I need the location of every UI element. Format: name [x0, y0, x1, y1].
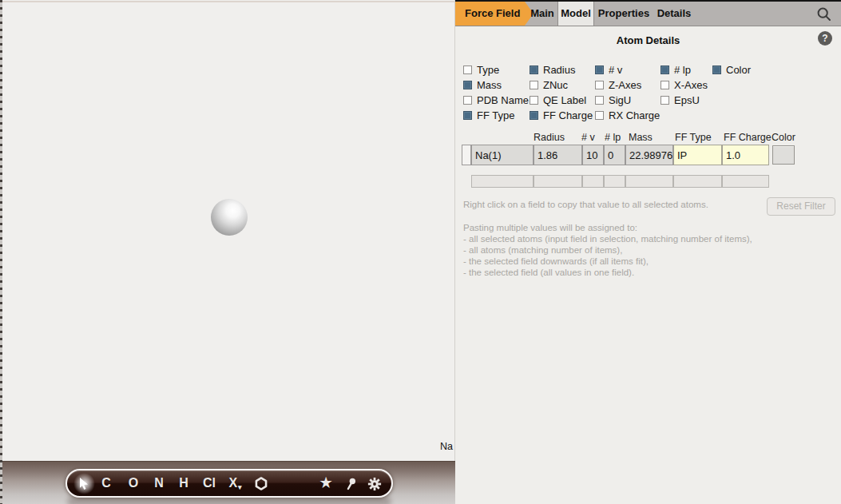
atom-ff-type-field[interactable]: IP: [673, 145, 722, 165]
paste-hint-block: Pasting multiple values will be assigned…: [463, 222, 752, 278]
atom-color-swatch[interactable]: [772, 145, 795, 165]
filter-ff-charge-field[interactable]: [722, 175, 769, 188]
checkbox[interactable]: [530, 65, 538, 74]
column-header-lonepairs: # lp: [605, 132, 621, 143]
tab-main[interactable]: Main: [529, 2, 556, 26]
atom-mass-field[interactable]: 22.989769: [625, 145, 673, 165]
column-header-radius: Radius: [534, 132, 565, 143]
toolbar-reflection: [67, 497, 391, 504]
option-qe-label[interactable]: QE Label: [530, 95, 586, 105]
filter-mass-field[interactable]: [625, 175, 673, 188]
column-header-color: Color: [772, 132, 795, 143]
select-cursor-icon[interactable]: [77, 470, 90, 496]
column-header-ff-charge: FF Charge: [724, 132, 772, 143]
favorites-star-icon[interactable]: ★: [319, 470, 331, 496]
element-button-x-dropdown[interactable]: X▾: [228, 470, 240, 496]
dropdown-arrow-icon: ▾: [238, 483, 242, 491]
tab-force-field[interactable]: Force Field: [455, 2, 534, 26]
checkbox[interactable]: [463, 111, 472, 120]
element-button-hydrogen[interactable]: H: [179, 470, 188, 496]
option-z-axes[interactable]: Z-Axes: [595, 80, 641, 90]
element-button-nitrogen[interactable]: N: [154, 470, 164, 496]
paste-hint-line-3: - the selected field downwards (if all i…: [463, 256, 752, 267]
option-ff-charge[interactable]: FF Charge: [530, 110, 593, 121]
atom-ff-charge-field[interactable]: 1.0: [722, 145, 769, 165]
option-pdb-name[interactable]: PDB Name: [463, 95, 529, 105]
column-header-ff-type: FF Type: [675, 132, 712, 143]
key-icon[interactable]: [343, 470, 358, 496]
filter-lonepairs-field[interactable]: [604, 175, 625, 188]
option-rx-charge[interactable]: RX Charge: [595, 110, 660, 121]
checkbox[interactable]: [595, 111, 604, 120]
element-button-carbon[interactable]: C: [101, 470, 111, 496]
filter-ff-type-field[interactable]: [673, 175, 722, 188]
option-num-v[interactable]: # v: [595, 65, 622, 75]
checkbox[interactable]: [661, 96, 669, 105]
tab-properties[interactable]: Properties: [597, 2, 650, 26]
option-type[interactable]: Type: [463, 65, 499, 75]
element-button-chlorine[interactable]: Cl: [203, 470, 216, 496]
paste-hint-title: Pasting multiple values will be assigned…: [463, 222, 752, 233]
option-znuc[interactable]: ZNuc: [530, 80, 568, 90]
atom-lonepairs-field[interactable]: 0: [604, 145, 625, 165]
viewport-top-edge: [0, 1, 454, 2]
ring-hexagon-icon[interactable]: [254, 470, 269, 496]
checkbox[interactable]: [530, 96, 538, 105]
checkbox[interactable]: [661, 81, 669, 89]
filter-valence-field[interactable]: [582, 175, 604, 188]
option-sigu[interactable]: SigU: [595, 95, 631, 105]
sodium-atom-sphere[interactable]: [211, 199, 248, 236]
tab-details[interactable]: Details: [655, 2, 693, 26]
page-title: Atom Details: [455, 34, 841, 46]
panel-body: Atom Details ? Type Radius # v # lp Colo…: [455, 26, 841, 504]
molecule-viewport[interactable]: Na C O N H Cl X▾ ★: [0, 0, 455, 504]
reset-filter-button[interactable]: Reset Filter: [767, 197, 835, 216]
copy-hint-text: Right click on a field to copy that valu…: [463, 200, 708, 209]
element-toolbar: C O N H Cl X▾ ★: [65, 469, 393, 498]
toolbar-strip: C O N H Cl X▾ ★: [0, 461, 455, 504]
option-mass[interactable]: Mass: [463, 80, 502, 90]
paste-hint-line-1: - all selected atoms (input field in sel…: [463, 233, 752, 244]
checkbox[interactable]: [595, 65, 604, 74]
checkbox[interactable]: [463, 96, 472, 105]
checkbox[interactable]: [463, 81, 472, 89]
column-header-valence: # v: [581, 132, 595, 143]
checkbox[interactable]: [661, 65, 669, 74]
option-epsu[interactable]: EpsU: [661, 95, 700, 105]
option-radius[interactable]: Radius: [530, 65, 575, 75]
row-selector[interactable]: [462, 145, 471, 165]
tab-model[interactable]: Model: [557, 2, 594, 26]
checkbox[interactable]: [463, 65, 472, 74]
filter-name-field[interactable]: [471, 175, 534, 188]
option-ff-type[interactable]: FF Type: [463, 110, 514, 121]
checkbox[interactable]: [595, 96, 604, 105]
column-header-mass: Mass: [629, 132, 653, 143]
checkbox[interactable]: [530, 81, 538, 89]
search-icon[interactable]: [816, 6, 832, 22]
left-resize-gutter[interactable]: [0, 0, 2, 504]
help-button[interactable]: ?: [818, 31, 832, 46]
paste-hint-line-2: - all atoms (matching number of items),: [463, 244, 752, 256]
checkbox[interactable]: [595, 81, 604, 89]
atom-name-field[interactable]: Na(1): [471, 145, 534, 165]
paste-hint-line-4: - the selected field (all values in one …: [463, 267, 752, 278]
checkbox[interactable]: [530, 111, 538, 120]
viewport-atom-label: Na: [440, 441, 453, 452]
panel-tabbar: Force Field Main Model Properties Detail…: [455, 0, 841, 26]
option-color[interactable]: Color: [712, 65, 751, 75]
filter-radius-field[interactable]: [534, 175, 582, 188]
atom-valence-field[interactable]: 10: [582, 145, 604, 165]
atom-radius-field[interactable]: 1.86: [534, 145, 582, 165]
checkbox[interactable]: [712, 65, 721, 74]
element-button-oxygen[interactable]: O: [129, 470, 138, 496]
option-x-axes[interactable]: X-Axes: [661, 80, 708, 90]
atom-details-panel: Force Field Main Model Properties Detail…: [455, 0, 841, 504]
option-num-lp[interactable]: # lp: [661, 65, 691, 75]
settings-gear-icon[interactable]: [367, 470, 382, 496]
